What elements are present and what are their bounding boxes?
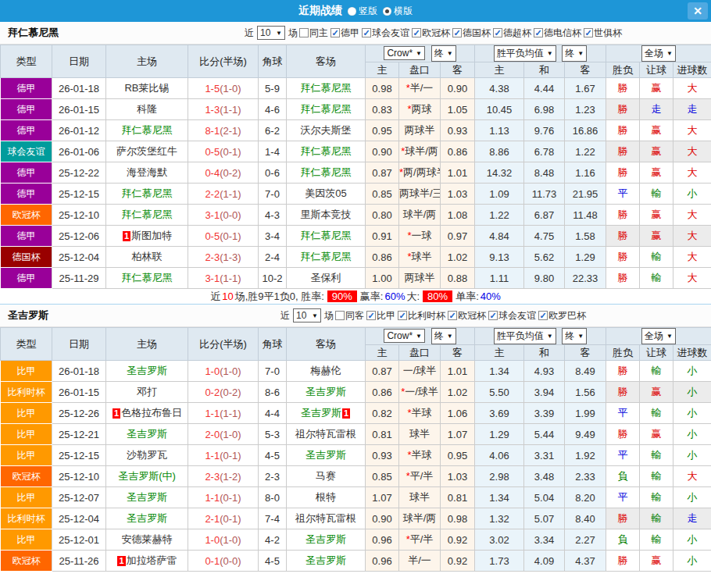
league-filter-checkbox[interactable]: ✓球会友谊: [362, 27, 409, 40]
fulltime-select[interactable]: 全场▼: [641, 45, 676, 62]
home-team-link[interactable]: 邓打: [106, 382, 188, 403]
home-team-link[interactable]: 沙勒罗瓦: [106, 445, 188, 466]
league-filter-checkbox[interactable]: ✓比利时杯: [398, 309, 445, 323]
close-button[interactable]: ✕: [688, 2, 708, 20]
checkbox-checked-icon: ✓: [398, 311, 407, 320]
subcol-avg-draw: 和: [524, 62, 565, 78]
avg-final-select[interactable]: 终▼: [562, 45, 587, 62]
handicap-star: *: [406, 470, 410, 482]
odds-source-select[interactable]: Crow*▼: [384, 329, 425, 343]
subcol-handicap-result: 让球: [640, 62, 673, 78]
match-count-select[interactable]: 10 ▼: [293, 308, 321, 323]
same-venue-checkbox[interactable]: 同主: [299, 27, 328, 40]
away-team-link[interactable]: 马赛: [287, 466, 366, 487]
avg-away: 1.56: [565, 382, 606, 403]
odds-source-select[interactable]: Crow*▼: [384, 46, 425, 60]
league-filter-checkbox[interactable]: ✓德电信杯: [534, 27, 581, 40]
same-venue-checkbox[interactable]: 同客: [335, 309, 364, 323]
league-filter-checkbox[interactable]: ✓德国杯: [452, 27, 491, 40]
avg-odds-select[interactable]: 胜平负均值▼: [494, 328, 556, 344]
league-type-badge: 德甲: [1, 162, 52, 184]
home-team-link[interactable]: 科隆: [106, 99, 188, 120]
handicap-star: *: [401, 145, 405, 157]
home-team-link[interactable]: 1色格拉布鲁日: [106, 403, 188, 424]
home-team-link[interactable]: 1斯图加特: [106, 226, 188, 247]
summary-part: 赢率:: [360, 290, 384, 304]
result-handicap: 赢: [640, 226, 673, 247]
section-header: 拜仁慕尼黑 近 10 ▼ 场 同主 ✓德甲✓球会友谊✓欧冠杯✓德国杯✓德超杯✓德…: [0, 22, 711, 45]
away-team-link[interactable]: 圣吉罗斯: [287, 529, 366, 551]
away-team-link[interactable]: 圣吉罗斯: [287, 445, 366, 466]
away-team-link[interactable]: 圣吉罗斯1: [287, 403, 366, 424]
away-team-link[interactable]: 拜仁慕尼黑: [287, 141, 366, 162]
away-team-link[interactable]: 拜仁慕尼黑: [287, 78, 366, 99]
fulltime-select[interactable]: 全场▼: [641, 328, 676, 344]
avg-away: 8.20: [565, 487, 606, 508]
home-team-link[interactable]: 柏林联: [106, 247, 188, 268]
team-name: 拜仁慕尼黑: [0, 26, 156, 40]
away-team-link[interactable]: 祖尔特瓦雷根: [287, 424, 366, 445]
away-team-link[interactable]: 根特: [287, 487, 366, 508]
odds-away: 1.03: [441, 466, 475, 487]
away-team-link[interactable]: 拜仁慕尼黑: [287, 226, 366, 247]
league-filter-checkbox[interactable]: ✓德甲: [330, 27, 359, 40]
league-filter-checkbox[interactable]: ✓欧冠杯: [412, 27, 450, 40]
avg-final-select[interactable]: 终▼: [562, 328, 587, 344]
home-team-link[interactable]: 圣吉罗斯: [106, 508, 188, 529]
home-team-link[interactable]: 1加拉塔萨雷: [106, 551, 188, 572]
home-team-link[interactable]: 安德莱赫特: [106, 529, 188, 551]
result-handicap: 走: [640, 99, 673, 120]
radio-vertical-layout[interactable]: 竖版: [348, 5, 377, 18]
league-filter-checkbox[interactable]: ✓世俱杯: [584, 27, 622, 40]
radio-horizontal-layout[interactable]: 横版: [383, 5, 413, 18]
league-filter-checkbox[interactable]: ✓欧冠杯: [448, 309, 486, 323]
away-team-link[interactable]: 祖尔特瓦雷根: [287, 508, 366, 529]
odds-header: Crow*▼ 终▼: [366, 328, 475, 345]
home-team-link[interactable]: 海登海默: [106, 162, 188, 184]
result-goals: 小: [673, 487, 711, 508]
away-team-link[interactable]: 拜仁慕尼黑: [287, 162, 366, 184]
away-team-link[interactable]: 沃尔夫斯堡: [287, 120, 366, 141]
odds-handicap: 半/一: [399, 551, 441, 572]
away-team-link[interactable]: 里斯本竞技: [287, 205, 366, 226]
league-filter-checkbox[interactable]: ✓德超杯: [493, 27, 531, 40]
checkbox-checked-icon: ✓: [534, 28, 543, 37]
home-team-link[interactable]: 拜仁慕尼黑: [106, 268, 188, 289]
odds-home: 0.90: [366, 508, 399, 529]
away-team-link[interactable]: 梅赫伦: [287, 361, 366, 382]
summary-part: 60%: [384, 290, 405, 302]
score: 2-3(1-2): [188, 466, 259, 487]
home-team-link[interactable]: 圣吉罗斯: [106, 424, 188, 445]
away-team-link[interactable]: 美因茨05: [287, 184, 366, 205]
subcol-odds-home: 主: [366, 345, 399, 361]
home-team-link[interactable]: 拜仁慕尼黑: [106, 120, 188, 141]
match-row: 欧冠杯25-11-261加拉塔萨雷0-1(0-0)4-5圣吉罗斯0.96半/一0…: [1, 551, 711, 572]
odds-final-select[interactable]: 终▼: [431, 328, 456, 344]
odds-home: 0.86: [366, 247, 399, 268]
home-team-link[interactable]: 圣吉罗斯: [106, 361, 188, 382]
summary-part: 大:: [406, 290, 420, 304]
away-team-link[interactable]: 拜仁慕尼黑: [287, 247, 366, 268]
away-team-link[interactable]: 圣吉罗斯: [287, 382, 366, 403]
avg-draw: 9.80: [524, 268, 565, 289]
league-filter-checkbox[interactable]: ✓比甲: [366, 309, 395, 323]
away-team-link[interactable]: 拜仁慕尼黑: [287, 99, 366, 120]
avg-odds-select[interactable]: 胜平负均值▼: [494, 45, 556, 62]
odds-final-select[interactable]: 终▼: [431, 45, 456, 62]
home-team-link[interactable]: 拜仁慕尼黑: [106, 205, 188, 226]
home-team-link[interactable]: 圣吉罗斯(中): [106, 466, 188, 487]
home-team-link[interactable]: 圣吉罗斯: [106, 487, 188, 508]
match-date: 25-11-29: [52, 268, 106, 289]
league-type-badge: 德甲: [1, 78, 52, 99]
home-team-link[interactable]: 拜仁慕尼黑: [106, 184, 188, 205]
league-filter-checkbox[interactable]: ✓欧罗巴杯: [538, 309, 586, 323]
home-team-link[interactable]: RB莱比锡: [106, 78, 188, 99]
away-team-link[interactable]: 圣吉罗斯: [287, 551, 366, 572]
match-count-select[interactable]: 10 ▼: [257, 26, 285, 40]
odds-handicap: *球半/两: [399, 141, 441, 162]
score: 0-5(0-1): [188, 141, 259, 162]
away-team-link[interactable]: 圣保利: [287, 268, 366, 289]
league-filter-checkbox[interactable]: ✓球会友谊: [488, 309, 536, 323]
home-team-link[interactable]: 萨尔茨堡红牛: [106, 141, 188, 162]
avg-draw: 4.44: [524, 78, 565, 99]
